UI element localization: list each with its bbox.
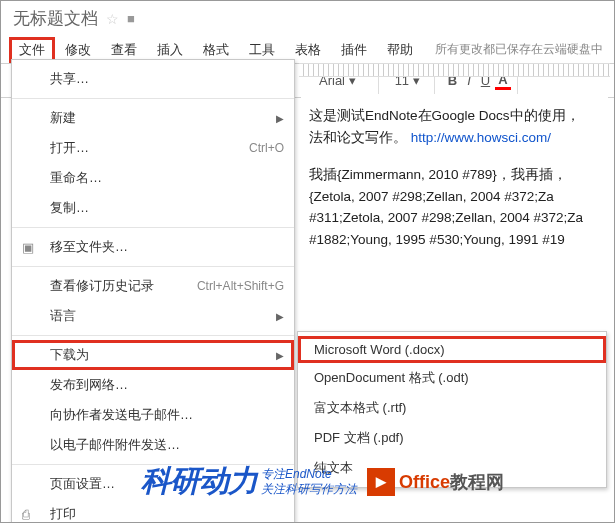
menu-addons[interactable]: 插件 <box>331 37 377 63</box>
separator <box>12 266 294 267</box>
menu-share[interactable]: 共享… <box>12 64 294 94</box>
chevron-right-icon: ▶ <box>276 350 284 361</box>
menu-makecopy[interactable]: 复制… <box>12 193 294 223</box>
star-icon[interactable]: ☆ <box>106 11 119 27</box>
menu-rename[interactable]: 重命名… <box>12 163 294 193</box>
document-content[interactable]: 这是测试EndNote在Google Docs中的使用， 法和论文写作。 htt… <box>301 95 608 277</box>
separator <box>12 227 294 228</box>
menu-open[interactable]: 打开…Ctrl+O <box>12 133 294 163</box>
folder-icon[interactable]: ■ <box>127 11 135 26</box>
text: 法和论文写作。 <box>309 130 407 145</box>
menu-publish[interactable]: 发布到网络… <box>12 370 294 400</box>
chevron-right-icon: ▶ <box>276 113 284 124</box>
submenu-docx[interactable]: Microsoft Word (.docx) <box>298 336 606 363</box>
watermark: 科研动力 专注EndNote 关注科研写作方法 ▶ Office教程网 <box>141 461 604 502</box>
print-icon: ⎙ <box>22 507 30 522</box>
menu-email-collab[interactable]: 向协作者发送电子邮件… <box>12 400 294 430</box>
separator <box>12 335 294 336</box>
menu-moveto[interactable]: ▣移至文件夹… <box>12 232 294 262</box>
watermark-sub2: 关注科研写作方法 <box>261 482 357 496</box>
separator <box>12 98 294 99</box>
text: 我插{Zimmermann, 2010 #789}，我再插，{Zetola, 2… <box>309 164 600 250</box>
menu-new[interactable]: 新建▶ <box>12 103 294 133</box>
menu-revision[interactable]: 查看修订历史记录Ctrl+Alt+Shift+G <box>12 271 294 301</box>
submenu-rtf[interactable]: 富文本格式 (.rtf) <box>298 393 606 423</box>
document-title[interactable]: 无标题文档 <box>13 7 98 30</box>
submenu-odt[interactable]: OpenDocument 格式 (.odt) <box>298 363 606 393</box>
menu-language[interactable]: 语言▶ <box>12 301 294 331</box>
folder-icon: ▣ <box>22 240 34 255</box>
submenu-pdf[interactable]: PDF 文档 (.pdf) <box>298 423 606 453</box>
office-logo: ▶ Office教程网 <box>367 468 504 496</box>
watermark-sub1: 专注EndNote <box>261 467 357 481</box>
menu-email-attach[interactable]: 以电子邮件附件发送… <box>12 430 294 460</box>
office-icon: ▶ <box>367 468 395 496</box>
titlebar: 无标题文档 ☆ ■ <box>1 1 614 36</box>
save-status: 所有更改都已保存在云端硬盘中 <box>435 41 603 58</box>
menu-help[interactable]: 帮助 <box>377 37 423 63</box>
menu-downloadas[interactable]: 下载为▶ <box>12 340 294 370</box>
menu-print[interactable]: ⎙打印 <box>12 499 294 523</box>
chevron-right-icon: ▶ <box>276 311 284 322</box>
watermark-main: 科研动力 <box>141 461 257 502</box>
text: 这是测试EndNote在Google Docs中的使用， <box>309 108 580 123</box>
file-dropdown-menu: 共享… 新建▶ 打开…Ctrl+O 重命名… 复制… ▣移至文件夹… 查看修订历… <box>11 59 295 523</box>
ruler <box>299 63 610 77</box>
link[interactable]: http://www.howsci.com/ <box>411 130 551 145</box>
